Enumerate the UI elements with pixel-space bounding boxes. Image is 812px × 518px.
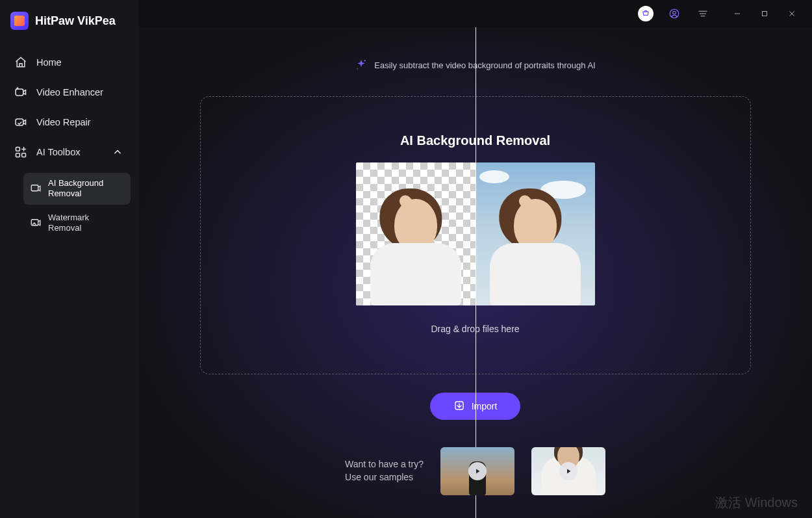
titlebar — [138, 0, 812, 27]
nav-label: Home — [36, 57, 62, 68]
minimize-button[interactable] — [726, 5, 748, 23]
compare-divider — [476, 162, 477, 305]
headline-text: Easily subtract the video background of … — [374, 60, 595, 70]
menu-button[interactable] — [695, 6, 711, 21]
video-enhancer-icon — [14, 86, 27, 99]
sample-video-2[interactable] — [531, 447, 605, 495]
play-icon — [559, 462, 577, 480]
close-button[interactable] — [781, 5, 803, 23]
preview-original-side — [476, 162, 595, 305]
svg-point-8 — [673, 11, 676, 14]
brand-name: HitPaw VikPea — [35, 14, 116, 28]
sparkle-icon — [355, 58, 368, 71]
svg-point-10 — [364, 60, 366, 61]
svg-rect-5 — [31, 185, 38, 191]
nav-video-repair[interactable]: Video Repair — [8, 109, 131, 135]
import-icon — [453, 400, 465, 413]
preview-image — [356, 162, 595, 305]
subnav-label: Watermark Removal — [48, 213, 120, 234]
nav-video-enhancer[interactable]: Video Enhancer — [8, 79, 131, 105]
account-button[interactable] — [666, 6, 682, 21]
brand: HitPaw VikPea — [10, 12, 128, 30]
svg-rect-6 — [31, 220, 38, 226]
app-logo-icon — [10, 12, 29, 30]
samples-text: Want to have a try? Use our samples — [345, 458, 424, 484]
nav-label: Video Enhancer — [36, 87, 103, 97]
svg-rect-2 — [16, 148, 20, 151]
maximize-button[interactable] — [754, 5, 776, 23]
content: Easily subtract the video background of … — [138, 27, 812, 518]
primary-nav: Home Video Enhancer Video Repair AI Tool… — [8, 49, 131, 239]
chevron-up-icon — [111, 146, 124, 159]
subnav-label: AI Background Removal — [48, 178, 120, 200]
nav-home[interactable]: Home — [8, 49, 131, 75]
cart-button[interactable] — [638, 6, 653, 21]
svg-rect-0 — [16, 89, 23, 96]
ai-toolbox-subnav: AI Background Removal Watermark Removal — [23, 173, 131, 239]
sample-video-1[interactable] — [440, 447, 514, 495]
nav-label: AI Toolbox — [36, 147, 80, 157]
svg-rect-9 — [763, 12, 767, 16]
window-controls — [726, 5, 803, 23]
dropzone[interactable]: AI Background Removal — [200, 96, 751, 374]
svg-rect-4 — [22, 153, 26, 157]
subnav-watermark-removal[interactable]: Watermark Removal — [23, 207, 131, 239]
home-icon — [14, 56, 27, 69]
watermark-remove-icon — [30, 217, 42, 229]
subnav-ai-background-removal[interactable]: AI Background Removal — [23, 173, 131, 205]
grid-plus-icon — [14, 146, 27, 159]
sidebar: HitPaw VikPea Home Video Enhancer Video … — [0, 0, 138, 518]
nav-label: Video Repair — [36, 117, 91, 127]
svg-point-11 — [357, 68, 359, 70]
main-area: Easily subtract the video background of … — [138, 0, 812, 518]
svg-rect-3 — [16, 153, 20, 157]
nav-ai-toolbox[interactable]: AI Toolbox — [8, 139, 131, 165]
samples-row: Want to have a try? Use our samples — [345, 447, 605, 495]
preview-transparent-side — [356, 162, 476, 305]
bg-remove-icon — [30, 183, 42, 194]
video-repair-icon — [14, 116, 27, 129]
play-icon — [468, 462, 487, 480]
samples-line2: Use our samples — [345, 471, 424, 484]
samples-line1: Want to have a try? — [345, 458, 424, 471]
